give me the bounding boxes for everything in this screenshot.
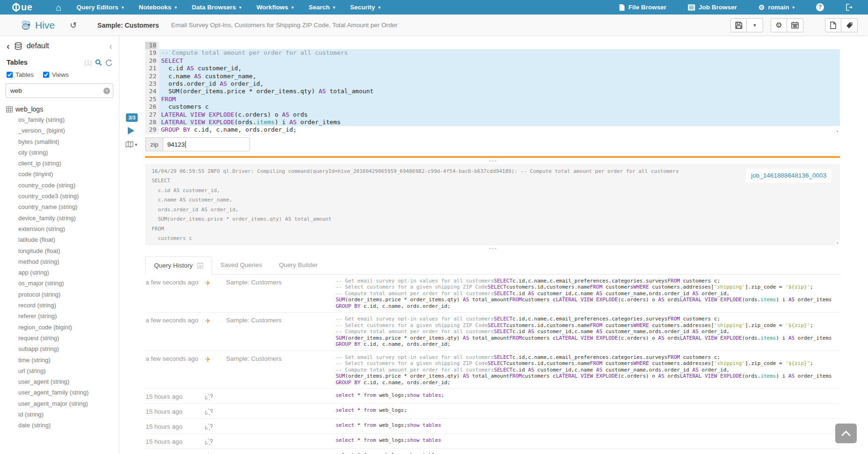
history-query-name [226,437,336,446]
column-item[interactable]: request (string) [6,333,113,343]
calendar-x-icon[interactable] [197,262,203,268]
new-query-button[interactable] [825,18,841,32]
column-item[interactable]: region_code (bigint) [6,322,113,333]
history-query-name [226,422,336,431]
hue-logo[interactable]: ue [12,2,32,13]
app-name[interactable]: Hive [35,20,55,31]
editor-scrollbar[interactable]: ▾ [835,42,840,134]
menu-notebooks[interactable]: Notebooks ▾ [139,4,177,11]
variable-value-input[interactable]: 94123 [163,137,250,151]
history-icon[interactable]: ↺ [70,20,77,30]
table-search-input[interactable] [6,83,113,98]
history-row[interactable]: a few seconds ago✈Sample: Customers-- Ge… [145,351,840,389]
column-item[interactable]: country_name (string) [6,201,113,212]
menu-query-editors[interactable]: Query Editors ▾ [76,4,124,11]
help-button[interactable]: ? [816,3,824,11]
history-row[interactable]: 15 hours ago select * from web_logs;show… [145,449,840,454]
variables-button[interactable]: ▾ [125,141,145,148]
column-item[interactable]: client_ip (string) [6,158,113,169]
history-query-snippet: select * from web_logs;show tables [336,422,840,431]
table-item-web-logs[interactable]: web_logs [6,105,113,113]
code-editor[interactable]: 181920212223242526272829 -- Compute tota… [145,42,840,134]
tables-checkbox[interactable] [7,72,13,78]
column-item[interactable]: url (string) [6,365,113,376]
column-item[interactable]: referer (string) [6,311,113,321]
job-browser-button[interactable]: Job Browser [688,4,737,11]
menu-data-browsers[interactable]: Data Browsers ▾ [192,4,242,11]
collapse-panel-icon[interactable]: ‹ [109,43,112,49]
tags-button[interactable] [841,18,858,32]
column-item[interactable]: country_code3 (string) [6,191,113,201]
column-item[interactable]: record (string) [6,300,113,311]
menu-search[interactable]: Search ▾ [309,4,335,11]
column-item[interactable]: method (string) [6,256,113,267]
scroll-to-top-button[interactable] [835,424,857,443]
user-menu[interactable]: ⚙ romain ▾ [758,4,794,11]
file-browser-button[interactable]: File Browser [619,4,666,11]
logout-button[interactable] [846,4,853,11]
job-link[interactable]: job_1461888648136_0003 [746,169,831,183]
log-line: SUM(order_items.price * order_items.qty)… [152,215,833,224]
column-item[interactable]: user_agent_major (string) [6,398,113,409]
scrollbar-down-icon[interactable]: ▾ [835,129,840,134]
history-row[interactable]: a few seconds ago✈Sample: Customers-- Ge… [145,313,840,351]
column-item[interactable]: id (string) [6,409,113,420]
column-item[interactable]: _version_ (bigint) [6,125,113,136]
column-item[interactable]: latitude (float) [6,234,113,245]
history-row[interactable]: 15 hours ago select * from web_logs;show… [145,389,840,404]
column-item[interactable]: longitude (float) [6,246,113,256]
database-name[interactable]: default [27,42,49,50]
column-item[interactable]: bytes (smallint) [6,136,113,147]
history-row[interactable]: 15 hours ago select * from web_logs;show… [145,434,840,449]
column-item[interactable]: device_family (string) [6,213,113,223]
column-item[interactable]: user_agent_family (string) [6,387,113,398]
column-item[interactable]: extension (string) [6,223,113,234]
history-row[interactable]: a few seconds ago✈Sample: Customers-- Ge… [145,275,840,313]
history-row[interactable]: 15 hours ago select * from web_logs;show… [145,419,840,434]
resize-handle[interactable] [145,246,840,252]
clear-search-icon[interactable]: × [103,88,110,94]
save-button[interactable] [730,18,747,32]
menu-workflows[interactable]: Workflows ▾ [257,4,294,11]
code-line [159,42,840,49]
resize-handle[interactable] [145,158,840,164]
column-item[interactable]: os_major (string) [6,278,113,289]
editor-main: 3/3 181920212223242526272829 -- Compute … [119,36,868,454]
column-item[interactable]: city (string) [6,147,113,158]
execute-button[interactable] [128,127,134,134]
tab-saved-queries[interactable]: Saved Queries [212,256,271,274]
column-item[interactable]: time (string) [6,355,113,365]
log-line: customers c [152,234,833,244]
column-item[interactable]: date (string) [6,420,113,431]
gear-icon: ⚙ [775,22,782,29]
save-dropdown-button[interactable]: ▾ [747,18,763,32]
query-log-panel[interactable]: 16/04/29 06:59:55 INFO ql.Driver: Compil… [145,164,840,246]
column-item[interactable]: country_code (string) [6,180,113,191]
menu-security[interactable]: Security ▾ [350,4,381,11]
column-item[interactable]: subapp (string) [6,343,113,354]
filter-tables-toggle[interactable]: Tables [7,71,34,78]
views-checkbox[interactable] [43,72,49,78]
column-item[interactable]: protocol (string) [6,289,113,300]
column-item[interactable]: code (tinyint) [6,169,113,179]
settings-button[interactable]: ⚙ [771,18,787,32]
scrollbar-down-icon[interactable]: ▾ [835,240,840,246]
log-line: 16/04/29 06:59:55 INFO ql.Driver: Compil… [152,167,833,177]
editor-code: -- Compute total amount per order for al… [159,42,840,134]
tab-query-builder[interactable]: Query Builder [271,256,326,274]
column-item[interactable]: os_family (string) [6,114,113,125]
query-name[interactable]: Sample: Customers [97,22,159,29]
column-item[interactable]: app (string) [6,267,113,278]
home-button[interactable]: ⌂ [56,3,61,12]
search-icon[interactable] [95,59,102,66]
history-row[interactable]: 15 hours ago select * from web_logs; [145,404,840,419]
editor-rail: 3/3 [125,42,145,134]
refresh-icon[interactable] [105,59,112,66]
cogs-icon: ⚙ [758,4,765,11]
history-query-name: Sample: Customers [226,278,336,310]
back-chevron-icon[interactable]: ‹ [7,43,10,49]
tab-query-history[interactable]: Query History [145,256,212,275]
schedule-button[interactable] [787,18,803,32]
column-item[interactable]: user_agent (string) [6,376,113,387]
filter-views-toggle[interactable]: Views [43,71,69,78]
